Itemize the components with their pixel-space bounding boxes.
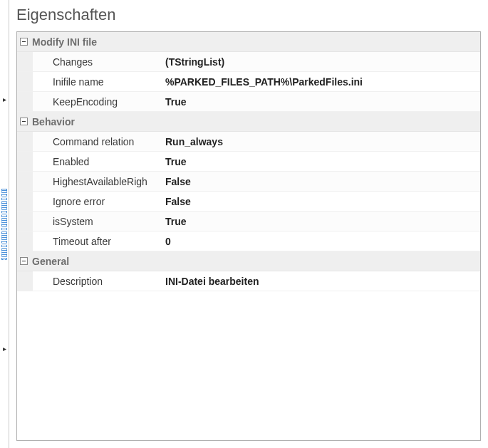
property-name: Enabled	[33, 156, 160, 167]
row-gutter	[17, 132, 33, 151]
collapse-icon[interactable]	[20, 118, 28, 125]
row-gutter	[17, 192, 33, 211]
property-name: Description	[33, 276, 160, 287]
property-value[interactable]: True	[160, 96, 480, 108]
property-name: Changes	[33, 56, 160, 68]
property-value[interactable]: Run_always	[160, 136, 480, 147]
property-row[interactable]: Ignore error False	[17, 192, 480, 212]
property-grid[interactable]: Modify INI file Changes (TStringList) In…	[16, 31, 481, 441]
property-row[interactable]: Changes (TStringList)	[17, 52, 480, 72]
row-gutter	[17, 92, 33, 111]
property-value[interactable]: False	[160, 196, 480, 207]
row-gutter	[17, 212, 33, 231]
category-label: Behavior	[32, 116, 75, 127]
property-value[interactable]: (TStringList)	[160, 56, 480, 68]
category-general[interactable]: General	[17, 251, 480, 271]
property-row[interactable]: Description INI-Datei bearbeiten	[17, 271, 480, 291]
category-label: Modify INI file	[32, 36, 97, 48]
row-gutter	[17, 172, 33, 191]
panel-title: Eigenschaften	[9, 0, 488, 31]
property-value[interactable]: True	[160, 216, 480, 227]
row-gutter	[17, 271, 33, 291]
splitter-arrow-top[interactable]: ▸	[1, 96, 8, 103]
splitter-handle[interactable]	[1, 189, 7, 260]
property-value[interactable]: %PARKED_FILES_PATH%\ParkedFiles.ini	[160, 76, 480, 88]
property-value[interactable]: True	[160, 156, 480, 167]
property-name: Inifile name	[33, 76, 160, 88]
property-name: isSystem	[33, 216, 160, 227]
property-row[interactable]: Inifile name %PARKED_FILES_PATH%\ParkedF…	[17, 72, 480, 92]
property-row[interactable]: HighestAvailableRigh False	[17, 172, 480, 192]
property-row[interactable]: KeepEncoding True	[17, 92, 480, 112]
row-gutter	[17, 52, 33, 71]
category-behavior[interactable]: Behavior	[17, 112, 480, 132]
property-row[interactable]: isSystem True	[17, 212, 480, 231]
property-row[interactable]: Command relation Run_always	[17, 132, 480, 152]
row-gutter	[17, 152, 33, 171]
property-row[interactable]: Timeout after 0	[17, 231, 480, 251]
row-gutter	[17, 72, 33, 91]
category-modify-ini-file[interactable]: Modify INI file	[17, 32, 480, 52]
property-name: HighestAvailableRigh	[33, 176, 160, 187]
left-splitter[interactable]: ▸ ▸	[0, 0, 9, 448]
property-row[interactable]: Enabled True	[17, 152, 480, 172]
properties-panel: Eigenschaften Modify INI file Changes (T…	[9, 0, 488, 448]
splitter-arrow-bottom[interactable]: ▸	[1, 345, 8, 353]
property-value[interactable]: False	[160, 176, 480, 187]
property-name: Command relation	[33, 136, 160, 147]
property-name: Timeout after	[33, 236, 160, 247]
property-name: Ignore error	[33, 196, 160, 207]
property-value[interactable]: INI-Datei bearbeiten	[160, 276, 480, 287]
category-label: General	[32, 256, 69, 267]
property-name: KeepEncoding	[33, 96, 160, 108]
row-gutter	[17, 231, 33, 251]
property-value[interactable]: 0	[160, 236, 480, 247]
collapse-icon[interactable]	[20, 38, 28, 46]
collapse-icon[interactable]	[20, 257, 28, 265]
